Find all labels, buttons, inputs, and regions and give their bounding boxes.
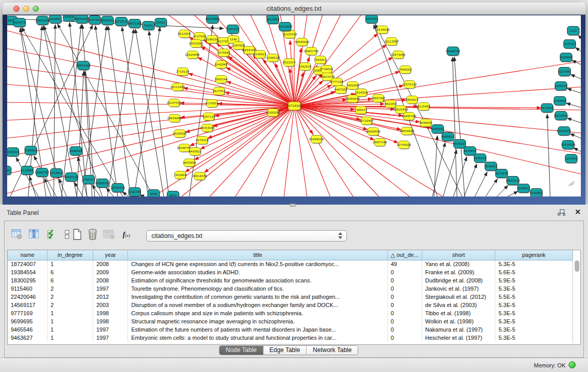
table-cell: 1 [47, 317, 93, 325]
node-table: namein_degreeyeartitle△ out_de...shortpa… [7, 250, 581, 345]
table-cell: 9699695 [8, 317, 47, 325]
node-table-grid: namein_degreeyeartitle△ out_de...shortpa… [8, 250, 573, 342]
network-canvas[interactable]: 8912954912750818543382818632893275081546… [7, 15, 581, 196]
float-window-icon[interactable] [558, 209, 565, 216]
table-cell: 0 [387, 285, 422, 293]
table-selector-dropdown[interactable]: citations_edges.txt [146, 230, 347, 242]
node-label: 97514 [64, 15, 74, 18]
column-visibility-icon[interactable] [28, 228, 40, 242]
node-label: 1896048 [70, 149, 82, 152]
chevron-up-down-icon [338, 232, 343, 240]
graph-edge [575, 48, 581, 51]
graph-edge [453, 157, 467, 196]
column-header-pagerank[interactable]: pagerank [495, 250, 573, 260]
table-cell: 1 [47, 309, 93, 317]
tab-network-table[interactable]: Network Table [307, 346, 358, 355]
network-window-titlebar[interactable]: citations_edges.txt [3, 3, 585, 15]
table-cell: 5.3E-5 [495, 309, 573, 317]
table-row[interactable]: 977716911998Corpus callosum shape and si… [8, 309, 573, 317]
node-label: 1115688 [21, 169, 34, 172]
table-cell: 2008 [93, 260, 128, 268]
tab-edge-table[interactable]: Edge Table [264, 346, 307, 355]
delete-table-icon[interactable] [103, 228, 115, 242]
node-label: 9115460 [418, 105, 430, 108]
table-settings-icon[interactable] [11, 228, 23, 242]
table-cell: Dudbridge et al. (2008) [422, 276, 495, 285]
graph-edge [497, 185, 508, 196]
node-label: 16914479 [192, 174, 207, 178]
table-vertical-scrollbar[interactable] [573, 250, 580, 344]
graph-edge [95, 26, 118, 196]
node-label: 10607487 [371, 97, 386, 100]
table-cell: 18300295 [8, 276, 47, 285]
node-label: 8522037 [283, 61, 296, 64]
node-label: 7462066 [346, 84, 359, 87]
table-row[interactable]: 2242004622012Investigating the contribut… [8, 293, 573, 301]
close-icon[interactable]: ✕ [575, 208, 581, 216]
table-cell: 5.3E-5 [495, 334, 573, 342]
column-header-short[interactable]: short [422, 250, 495, 260]
table-cell: 2012 [93, 293, 128, 301]
node-label: 2106605 [25, 149, 37, 152]
table-cell: 0 [387, 268, 422, 276]
graph-edge [486, 179, 497, 196]
column-header-year[interactable]: year [93, 250, 128, 260]
table-row[interactable]: 1938455462009Genome-wide association stu… [8, 268, 573, 276]
graph-edge [508, 191, 518, 196]
table-row[interactable]: 1872400712008Changes of HCN gene express… [8, 260, 573, 268]
table-cell: Estimation of significance thresholds fo… [128, 276, 387, 285]
table-cell: 9777169 [8, 309, 47, 317]
graph-edge [578, 35, 581, 38]
table-row[interactable]: 946554611997Estimation of the future num… [8, 325, 573, 334]
table-cell: Wolkin et al. (1998) [422, 317, 495, 325]
tab-node-table[interactable]: Node Table [220, 346, 264, 355]
node-label: 9427552 [213, 90, 226, 93]
table-cell: Yano et al. (2008) [422, 260, 495, 268]
table-cell: 5.6E-5 [495, 268, 573, 276]
table-row[interactable]: 1456911722003Disruption of a novel membe… [8, 301, 573, 309]
attribute-batch-icon[interactable] [46, 228, 58, 242]
new-table-icon[interactable] [71, 228, 83, 242]
table-cell: Franke et al. (2009) [422, 268, 495, 276]
graph-edge [434, 136, 438, 196]
column-header-in_degree[interactable]: in_degree [47, 250, 93, 260]
table-cell: 5.3E-5 [495, 325, 573, 334]
column-header-name[interactable]: name [8, 250, 47, 260]
table-cell: 0 [387, 334, 422, 342]
delete-attributes-icon[interactable] [86, 228, 99, 242]
table-row[interactable]: 911546021997Tourette syndrome. Phenomeno… [8, 285, 573, 293]
table-tabbar: Node TableEdge TableNetwork Table [219, 345, 358, 355]
node-label: 1209358 [555, 84, 568, 87]
table-row[interactable]: 1830029562008Estimation of significance … [8, 276, 573, 285]
node-label: 9227343 [558, 70, 571, 73]
network-window-title: citations_edges.txt [3, 5, 585, 12]
memory-ok-indicator[interactable] [569, 361, 576, 368]
node-label: 1588520 [267, 56, 279, 59]
node-label: 9777169 [331, 80, 343, 83]
table-row[interactable]: 969969511998Structural magnetic resonanc… [8, 317, 573, 325]
node-label: 10653257 [75, 17, 90, 20]
node-label: 16640910 [295, 40, 310, 43]
scrollbar-thumb[interactable] [575, 260, 579, 272]
node-label: 6879197 [453, 142, 466, 145]
column-header-out_de[interactable]: △ out_de... [387, 250, 422, 260]
node-label: 9474444 [464, 149, 476, 152]
column-header-title[interactable]: title [128, 250, 387, 260]
panel-splitter-handle[interactable] [290, 204, 296, 207]
citation-graph[interactable]: 8912954912750818543382818632893275081546… [7, 15, 581, 196]
node-label: 19654923 [400, 129, 415, 133]
graph-edge [454, 57, 465, 196]
memory-status-label: Memory: OK [534, 362, 565, 368]
graph-edge [568, 118, 581, 123]
table-cell: Corpus callosum shape and size in male p… [128, 309, 387, 317]
node-label: 9245652 [517, 187, 530, 190]
network-view-frame: 8912954912750818543382818632893275081546… [3, 15, 585, 205]
canvas-resize-grip[interactable] [568, 180, 575, 186]
node-label: 2087682 [365, 17, 378, 20]
function-builder-icon[interactable]: f(x) [120, 228, 133, 242]
table-cell: 22420046 [8, 293, 47, 301]
node-label: 16961758 [304, 50, 319, 53]
graph-edge [122, 27, 148, 196]
graph-edge [570, 134, 581, 138]
table-row[interactable]: 946362711997Embryonic stem cells: a mode… [8, 334, 573, 342]
